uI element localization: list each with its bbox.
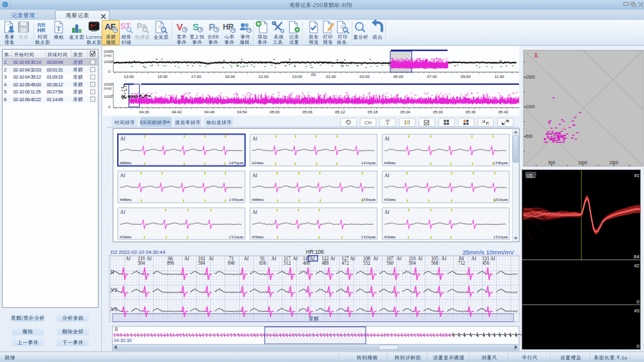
svg-text:584: 584 (198, 260, 205, 266)
svg-text:Af: Af (120, 209, 126, 215)
svg-text:02-10 05:45:00: 02-10 05:45:00 (14, 82, 41, 88)
svg-text:1000: 1000 (104, 94, 113, 99)
svg-text:00:27:58: 00:27:58 (47, 89, 63, 95)
svg-text:#2: #2 (634, 263, 639, 269)
svg-text:V2: V2 (111, 287, 117, 293)
svg-text:Af: Af (292, 256, 298, 262)
svg-text:408: 408 (303, 260, 310, 266)
svg-text:Af: Af (120, 136, 126, 142)
svg-text:02-10 04:35:12: 02-10 04:35:12 (14, 74, 41, 80)
svg-text:17:00: 17:00 (191, 74, 202, 79)
svg-text:05:00: 05:00 (270, 110, 280, 114)
svg-text:...: ... (8, 52, 12, 57)
svg-text:Af: Af (184, 256, 189, 262)
svg-text:Af: Af (271, 256, 276, 262)
svg-text:02-10 04:32:03: 02-10 04:32:03 (14, 67, 41, 73)
svg-text:V: V (176, 21, 183, 32)
svg-text:552: 552 (363, 260, 370, 266)
svg-text:1500: 1500 (609, 160, 619, 165)
svg-text:0: 0 (108, 104, 111, 109)
svg-text:D2: D2 (311, 73, 316, 77)
svg-text:0: 0 (637, 343, 640, 349)
svg-text:1: 1 (4, 59, 6, 65)
svg-text:568: 568 (431, 260, 438, 266)
svg-text:09:00: 09:00 (460, 74, 471, 79)
svg-text:Af: Af (384, 209, 390, 215)
svg-text:11:00: 11:00 (495, 74, 505, 79)
svg-text:04:42: 04:42 (172, 110, 182, 114)
svg-text:141bpm: 141bpm (361, 160, 376, 166)
svg-text:Af: Af (384, 173, 390, 178)
svg-text:84: 84 (634, 254, 639, 260)
svg-text:Af: Af (252, 173, 258, 178)
svg-text:05:36: 05:36 (466, 110, 476, 114)
svg-text:448ms: 448ms (120, 197, 132, 202)
svg-text:133bpm: 133bpm (229, 197, 244, 202)
svg-text:131bpm: 131bpm (361, 234, 376, 240)
svg-text:Af: Af (310, 256, 315, 262)
svg-text:504: 504 (409, 260, 416, 266)
svg-text:T: T (386, 120, 390, 126)
svg-text:Af: Af (244, 256, 249, 262)
svg-text:0: 0 (108, 69, 111, 73)
svg-text:HR: HR (37, 27, 45, 33)
svg-text:25mm/s 10mm/mV: 25mm/s 10mm/mV (462, 249, 514, 256)
svg-text:02-10 06:11:25: 02-10 06:11:25 (14, 89, 41, 95)
svg-text:#1: #1 (634, 173, 639, 178)
svg-text:04:48: 04:48 (204, 110, 214, 114)
svg-text:1000: 1000 (578, 160, 588, 165)
svg-text:23:00: 23:00 (292, 74, 303, 79)
svg-text:05:12: 05:12 (335, 110, 345, 114)
svg-text:656: 656 (259, 260, 266, 266)
svg-text:Af: Af (397, 256, 402, 262)
svg-text:-1000: -1000 (525, 104, 536, 109)
svg-text:472: 472 (342, 260, 349, 266)
svg-text:02-10 04:30:14: 02-10 04:30:14 (14, 59, 41, 65)
svg-text:512: 512 (283, 260, 290, 266)
svg-text:05:18: 05:18 (368, 110, 378, 114)
svg-text:II: II (115, 327, 118, 332)
svg-text:456ms: 456ms (252, 234, 264, 240)
svg-text:-500: -500 (525, 134, 533, 138)
svg-text:504: 504 (138, 260, 145, 266)
svg-text:5: 5 (4, 89, 6, 95)
svg-text:V5: V5 (111, 307, 117, 312)
svg-text:456ms: 456ms (120, 234, 132, 240)
svg-text:4: 4 (4, 82, 6, 88)
svg-text:D2 2022-02-10 04:30:44: D2 2022-02-10 04:30:44 (111, 249, 166, 255)
svg-text:05:30: 05:30 (433, 110, 443, 114)
svg-text:712: 712 (458, 260, 465, 266)
svg-text:3: 3 (4, 74, 6, 80)
svg-text:Af: Af (417, 256, 422, 262)
svg-text:Af: Af (252, 136, 258, 142)
svg-text:15:00: 15:00 (158, 74, 168, 79)
svg-text:Af: Af (147, 256, 152, 262)
svg-text:(ms): (ms) (104, 86, 111, 90)
svg-text:Af: Af (384, 136, 390, 142)
svg-text:133bpm: 133bpm (493, 160, 508, 166)
svg-text:131bpm: 131bpm (493, 234, 508, 240)
svg-text:Af: Af (126, 256, 131, 262)
svg-text:01:14:45: 01:14:45 (47, 97, 63, 102)
svg-text:01:09:15: 01:09:15 (47, 74, 63, 80)
svg-text:500: 500 (548, 160, 555, 165)
svg-text:02-10 06:40:22: 02-10 06:40:22 (14, 97, 41, 102)
svg-text:II: II (111, 269, 115, 275)
svg-text:T: T (57, 24, 62, 32)
svg-text:05:24: 05:24 (401, 110, 411, 114)
svg-text:00:26:12: 00:26:12 (47, 82, 63, 88)
svg-text:04:36: 04:36 (139, 110, 149, 114)
svg-text:6: 6 (4, 97, 6, 102)
svg-text:HR:106: HR:106 (306, 249, 324, 255)
svg-text:00:00:49: 00:00:49 (47, 59, 63, 65)
svg-text:00:01:31: 00:01:31 (47, 67, 63, 73)
svg-text:131bpm: 131bpm (229, 234, 244, 240)
svg-text:133bpm: 133bpm (361, 197, 376, 202)
svg-text:CH: CH (365, 120, 372, 126)
svg-text:Af: Af (252, 209, 258, 215)
svg-text:07:00: 07:00 (427, 74, 437, 79)
svg-text:424ms: 424ms (252, 160, 264, 166)
svg-text:131bpm: 131bpm (493, 197, 508, 202)
svg-text:Af: Af (209, 256, 214, 262)
svg-text:456ms: 456ms (384, 197, 396, 202)
